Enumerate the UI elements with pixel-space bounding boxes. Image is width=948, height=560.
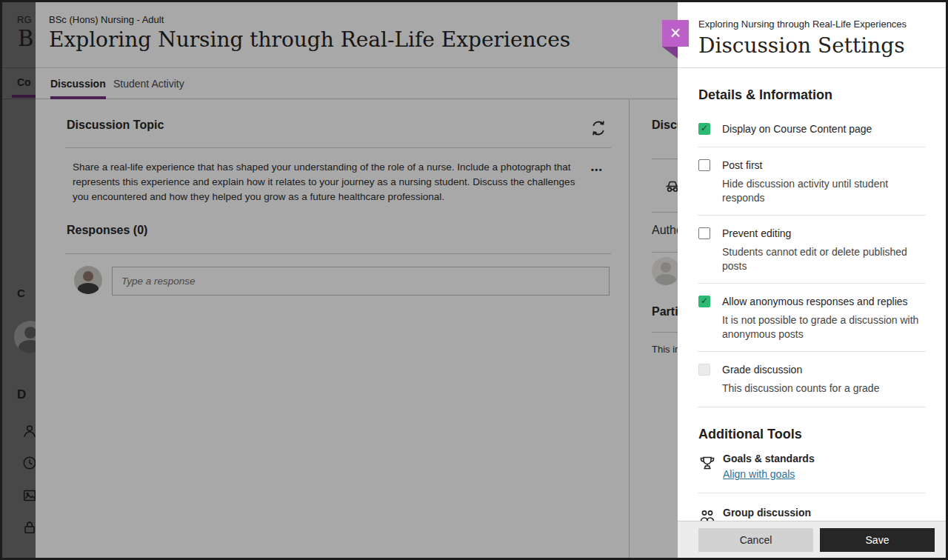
option-row-prevent-editing: Prevent editing Students cannot edit or … [678,216,946,283]
option-label: Allow anonymous responses and replies [722,296,929,308]
checkbox-display-on-content[interactable] [698,123,710,135]
option-subtext: Hide discussion activity until student r… [722,177,929,205]
settings-context: Exploring Nursing through Real-Life Expe… [698,19,931,30]
settings-footer: Cancel Save [678,521,946,558]
align-with-goals-link[interactable]: Align with goals [723,468,795,480]
settings-header: Exploring Nursing through Real-Life Expe… [678,2,946,68]
option-row-grade: Grade discussion This discussion counts … [678,352,946,407]
goals-standards-label: Goals & standards [723,453,815,464]
discussion-settings-panel: × Exploring Nursing through Real-Life Ex… [678,2,946,558]
app-window: RG B Co C D [0,0,948,560]
option-divider [698,407,926,407]
settings-title: Discussion Settings [698,33,931,58]
option-label: Prevent editing [722,227,929,240]
option-row-anonymous: Allow anonymous responses and replies It… [678,284,946,351]
option-label: Post first [722,159,929,172]
checkbox-post-first[interactable] [698,159,710,171]
checkbox-allow-anonymous[interactable] [698,296,710,307]
option-subtext: It is not possible to grade a discussion… [722,313,929,341]
checkbox-grade-discussion [698,364,710,376]
cancel-button[interactable]: Cancel [698,528,813,552]
tool-row-goals: Goals & standards Align with goals [678,442,946,493]
option-row-post-first: Post first Hide discussion activity unti… [678,147,946,215]
option-subtext: This discussion counts for a grade [722,381,929,396]
trophy-icon [698,454,716,472]
save-button[interactable]: Save [820,528,935,552]
option-label: Grade discussion [722,364,929,376]
checkbox-prevent-editing[interactable] [698,227,710,239]
option-row-display: Display on Course Content page [678,103,946,147]
group-discussion-label: Group discussion [723,507,811,519]
details-information-heading: Details & Information [698,87,927,103]
additional-tools-heading: Additional Tools [698,427,927,442]
option-label: Display on Course Content page [722,123,872,136]
option-subtext: Students cannot edit or delete published… [722,245,929,273]
